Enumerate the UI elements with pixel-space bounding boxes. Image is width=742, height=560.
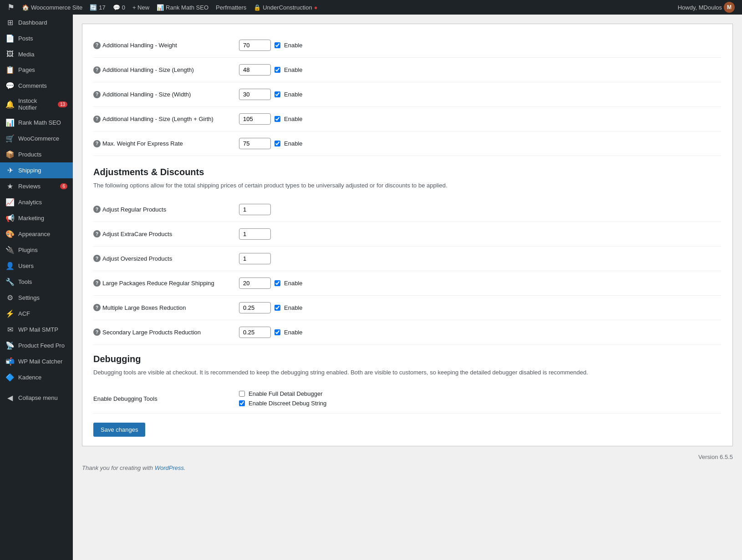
adminbar-wp-logo[interactable]: ⚑ xyxy=(4,0,18,15)
sidebar-item-tools[interactable]: 🔧 Tools xyxy=(0,274,73,290)
sidebar-item-marketing[interactable]: 📢 Marketing xyxy=(0,210,73,226)
adminbar-new[interactable]: + New xyxy=(129,0,153,15)
sidebar-item-analytics[interactable]: 📈 Analytics xyxy=(0,194,73,210)
help-icon[interactable]: ? xyxy=(93,328,101,336)
sidebar-item-label: Posts xyxy=(18,35,33,42)
sidebar-item-posts[interactable]: 📄 Posts xyxy=(0,30,73,46)
secondary-large-products-input[interactable] xyxy=(239,327,271,338)
sidebar-item-shipping[interactable]: ✈ Shipping xyxy=(0,162,73,178)
multiple-large-boxes-input[interactable] xyxy=(239,302,271,313)
debugging-checkboxes: Enable Full Detail Debugger Enable Discr… xyxy=(239,390,722,407)
debug-full-detail-label[interactable]: Enable Full Detail Debugger xyxy=(239,390,722,397)
additional-handling-size-length-input[interactable] xyxy=(239,64,271,76)
enable-text: Enable xyxy=(284,304,302,311)
wp-icon: ⚑ xyxy=(7,2,15,12)
field-label-text: Additional Handling - Size (Width) xyxy=(102,91,191,98)
debug-full-detail-checkbox[interactable] xyxy=(239,391,245,397)
wordpress-link[interactable]: WordPress xyxy=(155,464,184,471)
large-packages-reduce-input[interactable] xyxy=(239,277,271,289)
table-row: ? Additional Handling - Size (Length) En… xyxy=(93,58,722,82)
sidebar-item-label: Users xyxy=(18,262,34,269)
sidebar-item-kadence[interactable]: 🔷 Kadence xyxy=(0,369,73,385)
adjust-regular-products-input[interactable] xyxy=(239,204,271,215)
adminbar-perfmatters[interactable]: Perfmatters xyxy=(212,0,250,15)
adminbar-updates[interactable]: 🔄 17 xyxy=(86,0,109,15)
admin-bar: ⚑ 🏠 Woocommerce Site 🔄 17 💬 0 + New 📊 Ra… xyxy=(0,0,742,15)
multiple-large-boxes-enable[interactable] xyxy=(274,305,280,311)
help-icon[interactable]: ? xyxy=(93,206,101,213)
field-label-text: Additional Handling - Weight xyxy=(102,42,177,49)
marketing-icon: 📢 xyxy=(5,214,15,222)
help-icon[interactable]: ? xyxy=(93,255,101,262)
large-packages-reduce-enable[interactable] xyxy=(274,280,280,286)
additional-handling-weight-input[interactable] xyxy=(239,40,271,51)
adminbar-site-name[interactable]: 🏠 Woocommerce Site xyxy=(18,0,86,15)
adminbar-underconstruction[interactable]: 🔒 UnderConstruction ● xyxy=(250,0,321,15)
sidebar-item-products[interactable]: 📦 Products xyxy=(0,146,73,162)
help-icon[interactable]: ? xyxy=(93,66,101,74)
enable-label[interactable]: Enable xyxy=(274,140,302,147)
save-button[interactable]: Save changes xyxy=(93,423,145,437)
sidebar-item-label: Shipping xyxy=(18,167,41,174)
enable-label[interactable]: Enable xyxy=(274,66,302,73)
sidebar-item-product-feed-pro[interactable]: 📡 Product Feed Pro xyxy=(0,338,73,353)
additional-handling-size-length-enable[interactable] xyxy=(274,67,280,73)
sidebar-item-settings[interactable]: ⚙ Settings xyxy=(0,290,73,306)
sidebar-item-wp-mail-catcher[interactable]: 📬 WP Mail Catcher xyxy=(0,353,73,369)
additional-handling-weight-enable[interactable] xyxy=(274,42,280,48)
enable-label[interactable]: Enable xyxy=(274,280,302,287)
additional-handling-size-length-girth-enable[interactable] xyxy=(274,116,280,122)
adjust-extracare-products-input[interactable] xyxy=(239,228,271,240)
sidebar-item-plugins[interactable]: 🔌 Plugins xyxy=(0,242,73,258)
debug-discreet-label[interactable]: Enable Discreet Debug String xyxy=(239,400,722,407)
sidebar-item-wp-mail-smtp[interactable]: ✉ WP Mail SMTP xyxy=(0,322,73,338)
adminbar-howdy[interactable]: Howdy, MDoulos M xyxy=(674,0,738,15)
products-icon: 📦 xyxy=(5,150,15,159)
help-icon[interactable]: ? xyxy=(93,279,101,287)
secondary-large-products-enable[interactable] xyxy=(274,329,280,335)
adminbar-rank-math[interactable]: 📊 Rank Math SEO xyxy=(153,0,212,15)
sidebar-item-pages[interactable]: 📋 Pages xyxy=(0,62,73,78)
sidebar-item-instock-notifier[interactable]: 🔔 Instock Notifier 13 xyxy=(0,94,73,115)
admin-sidebar: ⊞ Dashboard 📄 Posts 🖼 Media 📋 Pages 💬 Co… xyxy=(0,15,73,560)
enable-label[interactable]: Enable xyxy=(274,91,302,98)
additional-handling-size-width-enable[interactable] xyxy=(274,91,280,97)
help-icon[interactable]: ? xyxy=(93,91,101,98)
sidebar-item-collapse-menu[interactable]: ◀ Collapse menu xyxy=(0,390,73,406)
field-label-text: Adjust Oversized Products xyxy=(102,255,172,262)
sidebar-item-reviews[interactable]: ★ Reviews 6 xyxy=(0,178,73,194)
enable-label[interactable]: Enable xyxy=(274,304,302,311)
adjust-oversized-products-input[interactable] xyxy=(239,253,271,264)
enable-label[interactable]: Enable xyxy=(274,42,302,49)
debug-discreet-checkbox[interactable] xyxy=(239,400,245,406)
sidebar-item-comments[interactable]: 💬 Comments xyxy=(0,78,73,94)
sidebar-item-label: WooCommerce xyxy=(18,135,59,142)
help-icon[interactable]: ? xyxy=(93,230,101,237)
field-label-text: Max. Weight For Express Rate xyxy=(102,140,183,147)
sidebar-item-woocommerce[interactable]: 🛒 WooCommerce xyxy=(0,131,73,146)
enable-label[interactable]: Enable xyxy=(274,116,302,122)
max-weight-express-rate-enable[interactable] xyxy=(274,141,280,146)
sidebar-item-media[interactable]: 🖼 Media xyxy=(0,46,73,62)
field-row: Enable xyxy=(239,277,722,289)
sidebar-item-users[interactable]: 👤 Users xyxy=(0,258,73,274)
sidebar-item-rank-math-seo[interactable]: 📊 Rank Math SEO xyxy=(0,115,73,131)
help-icon[interactable]: ? xyxy=(93,42,101,49)
help-icon[interactable]: ? xyxy=(93,140,101,147)
help-icon[interactable]: ? xyxy=(93,116,101,123)
reviews-icon: ★ xyxy=(5,182,15,191)
analytics-icon: 📈 xyxy=(5,198,15,207)
debugging-desc: Debugging tools are visible at checkout.… xyxy=(93,368,722,377)
additional-handling-size-length-girth-input[interactable] xyxy=(239,113,271,125)
sidebar-item-acf[interactable]: ⚡ ACF xyxy=(0,306,73,322)
adminbar-comments[interactable]: 💬 0 xyxy=(109,0,129,15)
reviews-badge: 6 xyxy=(60,183,67,189)
enable-text: Enable xyxy=(284,329,302,336)
additional-handling-size-width-input[interactable] xyxy=(239,89,271,100)
sidebar-item-dashboard[interactable]: ⊞ Dashboard xyxy=(0,15,73,30)
instock-icon: 🔔 xyxy=(5,100,15,109)
enable-label[interactable]: Enable xyxy=(274,329,302,336)
sidebar-item-appearance[interactable]: 🎨 Appearance xyxy=(0,226,73,242)
max-weight-express-rate-input[interactable] xyxy=(239,138,271,149)
help-icon[interactable]: ? xyxy=(93,304,101,311)
